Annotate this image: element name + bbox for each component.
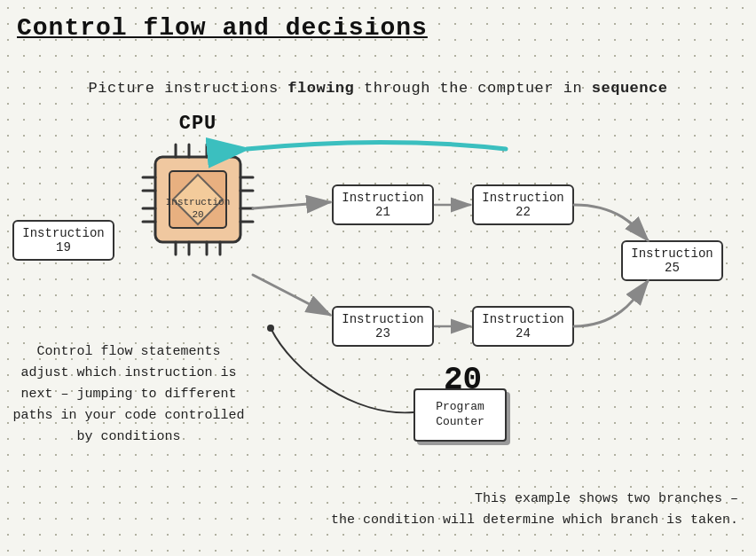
- instruction-23-label: Instruction 23: [342, 312, 423, 341]
- program-counter-box: Program Counter: [413, 388, 507, 442]
- instruction-24-box: Instruction 24: [472, 306, 574, 347]
- instruction-21-label: Instruction 21: [342, 191, 423, 219]
- instruction-22-box: Instruction 22: [472, 184, 574, 225]
- subtitle-mid: through the comptuer in: [354, 80, 592, 97]
- instruction-21-box: Instruction 21: [332, 184, 434, 225]
- subtitle: Picture instructions flowing through the…: [0, 80, 756, 97]
- cpu-chip-icon: Instruction 20: [136, 137, 260, 262]
- svg-line-25: [253, 275, 330, 315]
- svg-point-28: [267, 325, 274, 332]
- instruction-25-box: Instruction 25: [621, 240, 723, 281]
- subtitle-start: Picture instructions: [89, 80, 288, 97]
- instruction-22-label: Instruction 22: [482, 191, 563, 219]
- instruction-25-label: Instruction 25: [631, 247, 713, 275]
- cpu-label: CPU: [179, 113, 217, 135]
- svg-text:20: 20: [192, 209, 203, 220]
- instruction-19-box: Instruction 19: [12, 220, 114, 261]
- instruction-19-label: Instruction 19: [22, 226, 104, 255]
- cpu-container: CPU Instruction 20: [131, 137, 264, 270]
- left-description: Control flow statements adjust which ins…: [9, 341, 248, 448]
- svg-line-24: [253, 202, 330, 208]
- instruction-23-box: Instruction 23: [332, 306, 434, 347]
- subtitle-bold1: flowing: [287, 80, 354, 97]
- bottom-line2: the condition will determine which branc…: [331, 510, 738, 531]
- program-counter-label: Program Counter: [415, 400, 505, 430]
- page-title: Control flow and decisions: [17, 14, 428, 42]
- svg-text:Instruction: Instruction: [166, 197, 231, 208]
- instruction-24-label: Instruction 24: [482, 312, 563, 341]
- subtitle-bold2: sequence: [592, 80, 668, 97]
- bottom-description: This example shows two branches – the co…: [331, 489, 738, 531]
- bottom-line1: This example shows two branches –: [331, 489, 738, 510]
